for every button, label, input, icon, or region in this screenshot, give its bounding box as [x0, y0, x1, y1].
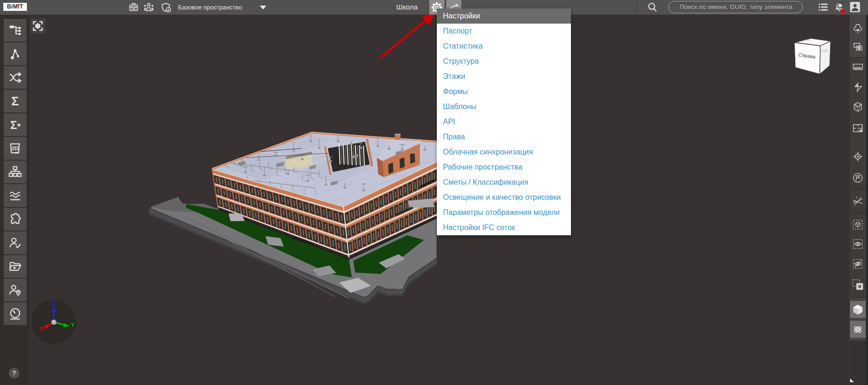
- svg-text:Σ: Σ: [11, 94, 19, 108]
- svg-text:1: 1: [853, 199, 855, 202]
- svg-text:Z: Z: [52, 299, 56, 307]
- svg-text:2: 2: [856, 196, 858, 199]
- svg-text:X: X: [39, 326, 43, 332]
- svg-text:2D: 2D: [11, 145, 18, 151]
- svg-text:Y: Y: [71, 322, 75, 328]
- svg-text:Σ: Σ: [10, 119, 17, 131]
